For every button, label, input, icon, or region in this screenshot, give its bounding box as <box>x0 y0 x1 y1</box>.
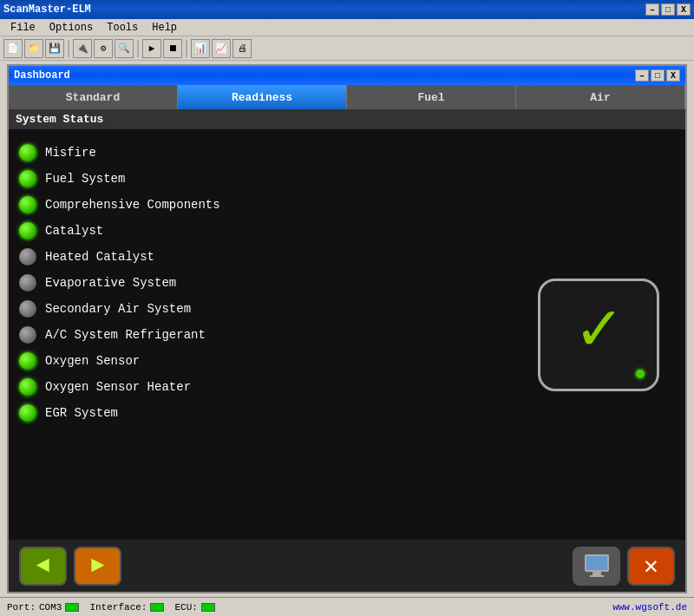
nav-buttons: ◄ ► <box>19 547 121 586</box>
item-indicator-3 <box>19 222 36 239</box>
list-item: A/C System Refrigerant <box>19 322 501 348</box>
toolbar-btn-9[interactable]: 📊 <box>191 39 210 58</box>
main-content: MisfireFuel SystemComprehensive Componen… <box>9 129 685 540</box>
bottom-bar: ◄ ► ✕ <box>9 540 685 592</box>
menu-tools[interactable]: Tools <box>100 22 145 34</box>
minimize-button[interactable]: – <box>645 3 659 16</box>
item-indicator-7 <box>19 326 36 344</box>
main-window-title: ScanMaster-ELM <box>3 3 644 16</box>
stop-icon: ✕ <box>644 551 658 580</box>
dash-close-button[interactable]: X <box>666 69 680 82</box>
toolbar-sep-3 <box>186 40 187 57</box>
item-label-5: Evaporative System <box>45 276 176 290</box>
list-item: Secondary Air System <box>19 296 501 322</box>
tab-readiness[interactable]: Readiness <box>178 85 347 109</box>
maximize-button[interactable]: □ <box>661 3 675 16</box>
status-left: Port: COM3 Interface: ECU: <box>7 602 215 613</box>
item-label-4: Heated Catalyst <box>45 250 154 264</box>
action-buttons: ✕ <box>573 547 675 586</box>
tab-bar: Standard Readiness Fuel Air <box>9 85 685 109</box>
interface-indicator <box>150 603 164 612</box>
dashboard-title: Dashboard <box>14 69 633 82</box>
item-label-6: Secondary Air System <box>45 302 191 316</box>
item-label-0: Misfire <box>45 146 96 160</box>
toolbar-btn-7[interactable]: ▶ <box>142 39 161 58</box>
menu-options[interactable]: Options <box>43 22 100 34</box>
dashboard-titlebar: Dashboard – □ X <box>9 66 685 85</box>
forward-button[interactable]: ► <box>74 547 121 586</box>
item-indicator-5 <box>19 274 36 292</box>
toolbar-btn-1[interactable]: 📄 <box>3 39 23 58</box>
dash-minimize-button[interactable]: – <box>635 69 649 82</box>
item-label-9: Oxygen Sensor Heater <box>45 380 191 394</box>
item-indicator-4 <box>19 248 36 265</box>
tab-fuel[interactable]: Fuel <box>347 85 516 109</box>
item-indicator-10 <box>19 404 36 422</box>
list-item: EGR System <box>19 400 501 426</box>
item-indicator-8 <box>19 352 36 370</box>
interface-status: Interface: <box>89 602 164 613</box>
monitor-base <box>590 575 604 577</box>
ecu-label: ECU: <box>174 602 197 613</box>
ecu-indicator <box>201 603 215 612</box>
menu-help[interactable]: Help <box>145 22 184 34</box>
port-value: COM3 <box>39 602 62 613</box>
forward-arrow-icon: ► <box>91 553 105 579</box>
dash-maximize-button[interactable]: □ <box>651 69 665 82</box>
list-item: Catalyst <box>19 218 501 244</box>
toolbar-btn-11[interactable]: 🖨 <box>232 39 252 58</box>
item-indicator-6 <box>19 300 36 318</box>
menubar: File Options Tools Help <box>0 19 694 36</box>
toolbar-btn-10[interactable]: 📈 <box>212 39 231 58</box>
list-item: Oxygen Sensor Heater <box>19 374 501 400</box>
back-button[interactable]: ◄ <box>19 547 67 586</box>
toolbar-btn-4[interactable]: 🔌 <box>73 39 92 58</box>
list-item: Comprehensive Components <box>19 192 501 218</box>
port-label: Port: <box>7 602 36 613</box>
status-display: ✓ <box>512 136 685 533</box>
website-link[interactable]: www.wgsoft.de <box>612 602 687 613</box>
list-item: Misfire <box>19 140 501 166</box>
back-arrow-icon: ◄ <box>36 553 50 579</box>
toolbar-sep-1 <box>68 40 69 57</box>
item-label-8: Oxygen Sensor <box>45 354 140 368</box>
item-indicator-2 <box>19 196 36 213</box>
system-status-label: System Status <box>16 113 103 126</box>
port-status: Port: COM3 <box>7 602 79 613</box>
item-label-1: Fuel System <box>45 172 125 186</box>
toolbar-btn-2[interactable]: 📁 <box>24 39 43 58</box>
ecu-status: ECU: <box>174 602 214 613</box>
check-box: ✓ <box>538 279 659 391</box>
monitor-screen <box>585 554 609 572</box>
monitor-icon <box>585 554 609 577</box>
list-item: Fuel System <box>19 166 501 192</box>
check-dot-indicator <box>636 370 645 378</box>
dashboard-window: Dashboard – □ X Standard Readiness Fuel … <box>7 64 687 593</box>
statusbar: Port: COM3 Interface: ECU: www.wgsoft.de <box>0 597 694 616</box>
tab-air[interactable]: Air <box>516 85 685 109</box>
item-label-10: EGR System <box>45 406 118 420</box>
item-indicator-1 <box>19 170 36 187</box>
list-item: Oxygen Sensor <box>19 348 501 374</box>
port-indicator <box>65 603 79 612</box>
toolbar-btn-8[interactable]: ⏹ <box>163 39 182 58</box>
main-titlebar: ScanMaster-ELM – □ X <box>0 0 694 19</box>
monitor-button[interactable] <box>573 547 620 586</box>
menu-file[interactable]: File <box>3 22 43 34</box>
toolbar-btn-3[interactable]: 💾 <box>45 39 64 58</box>
toolbar-sep-2 <box>137 40 139 57</box>
close-button[interactable]: X <box>677 3 691 16</box>
tab-standard[interactable]: Standard <box>9 85 178 109</box>
outer-window: ScanMaster-ELM – □ X File Options Tools … <box>0 0 694 616</box>
item-indicator-9 <box>19 378 36 396</box>
item-label-2: Comprehensive Components <box>45 198 220 212</box>
toolbar: 📄 📁 💾 🔌 ⚙ 🔍 ▶ ⏹ 📊 📈 🖨 <box>0 36 694 61</box>
list-item: Evaporative System <box>19 270 501 296</box>
toolbar-btn-6[interactable]: 🔍 <box>115 39 134 58</box>
toolbar-btn-5[interactable]: ⚙ <box>94 39 113 58</box>
list-item: Heated Catalyst <box>19 244 501 270</box>
item-indicator-0 <box>19 144 36 161</box>
interface-label: Interface: <box>89 602 147 613</box>
item-label-7: A/C System Refrigerant <box>45 328 206 342</box>
stop-button[interactable]: ✕ <box>627 547 675 586</box>
